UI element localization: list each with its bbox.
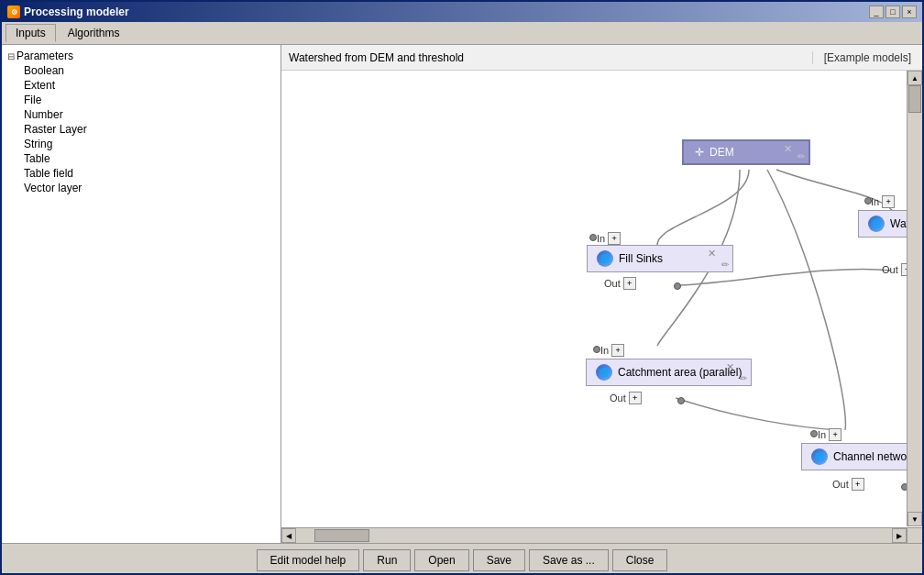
minimize-button[interactable]: _ xyxy=(869,6,884,18)
tab-inputs[interactable]: Inputs xyxy=(6,24,56,42)
fill-sinks-out-plus[interactable]: + xyxy=(623,277,636,290)
catchment-out-port: Out + xyxy=(610,392,642,404)
sidebar: ⊟ Parameters Boolean Extent File Number … xyxy=(2,45,281,543)
watershed-basins-in-plus[interactable]: + xyxy=(882,195,895,208)
catchment-area-node[interactable]: 🌐 Catchment area (parallel) ✕ ✏ xyxy=(586,359,752,386)
channel-out-label: Out xyxy=(832,479,849,490)
close-button[interactable]: × xyxy=(902,6,917,18)
scroll-up-button[interactable]: ▲ xyxy=(908,71,922,85)
canvas-header: Watershed from DEM and threshold [Exampl… xyxy=(281,45,922,71)
fill-sinks-label: Fill Sinks xyxy=(619,252,663,265)
fill-sinks-globe-icon: 🌐 xyxy=(597,250,613,267)
watershed-basins-globe-icon: 🌐 xyxy=(868,216,885,232)
channel-in-port: In + xyxy=(818,428,842,441)
h-scroll-track[interactable] xyxy=(296,528,892,543)
window-title: Processing modeler xyxy=(24,6,129,18)
channel-in-dot xyxy=(810,430,818,437)
parameters-label: Parameters xyxy=(16,50,73,62)
canvas-area: Watershed from DEM and threshold [Exampl… xyxy=(281,45,922,543)
fill-sinks-out-dot xyxy=(674,282,681,290)
sidebar-item-boolean[interactable]: Boolean xyxy=(20,63,277,78)
parameters-header[interactable]: ⊟ Parameters xyxy=(6,49,277,63)
save-as-button[interactable]: Save as ... xyxy=(529,549,609,571)
dem-plus-icon: ✛ xyxy=(695,146,704,159)
fill-sinks-in-label: In xyxy=(597,233,605,244)
sidebar-item-extent[interactable]: Extent xyxy=(20,78,277,93)
fill-sinks-node[interactable]: 🌐 Fill Sinks ✕ ✏ xyxy=(587,245,733,272)
sidebar-item-string[interactable]: String xyxy=(20,137,277,151)
dem-edit-icon[interactable]: ✏ xyxy=(798,151,805,161)
channel-in-label: In xyxy=(818,429,826,440)
run-button[interactable]: Run xyxy=(363,549,411,571)
title-bar: ⚙ Processing modeler _ □ × xyxy=(2,2,922,22)
catchment-in-plus[interactable]: + xyxy=(611,344,624,357)
dem-label: DEM xyxy=(710,146,734,159)
main-container: ⊟ Parameters Boolean Extent File Number … xyxy=(2,45,922,543)
v-scroll-thumb[interactable] xyxy=(908,85,921,113)
window-controls: _ □ × xyxy=(869,6,917,18)
catchment-in-dot xyxy=(593,346,600,353)
fill-sinks-out-port: Out + xyxy=(604,277,636,290)
channel-out-port: Out + xyxy=(832,478,864,491)
watershed-basins-in-port: In + xyxy=(871,195,895,208)
horizontal-scrollbar[interactable]: ◀ ▶ xyxy=(281,527,907,543)
open-button[interactable]: Open xyxy=(414,549,468,571)
catchment-close-icon[interactable]: ✕ xyxy=(726,361,734,373)
sidebar-children: Boolean Extent File Number Raster Layer … xyxy=(20,63,277,195)
fill-sinks-in-dot xyxy=(589,234,597,241)
vertical-scrollbar[interactable]: ▲ ▼ xyxy=(907,71,922,526)
channel-network-label: Channel network xyxy=(833,450,916,463)
catchment-in-port: In + xyxy=(600,344,624,357)
fill-sinks-close-icon[interactable]: ✕ xyxy=(708,248,716,260)
sidebar-item-vector-layer[interactable]: Vector layer xyxy=(20,181,277,195)
catchment-out-label: Out xyxy=(610,393,626,404)
watershed-basins-in-label: In xyxy=(871,196,879,207)
canvas[interactable]: ✛ DEM ✕ ✏ In + 🌐 Fill Sin xyxy=(281,71,922,543)
sidebar-item-table[interactable]: Table xyxy=(20,151,277,166)
h-scroll-thumb[interactable] xyxy=(314,529,369,542)
scroll-left-button[interactable]: ◀ xyxy=(281,528,296,543)
catchment-label: Catchment area (parallel) xyxy=(618,366,742,379)
v-scroll-track[interactable] xyxy=(908,85,922,512)
dem-close-icon[interactable]: ✕ xyxy=(784,143,792,155)
scroll-corner xyxy=(907,527,922,543)
fill-sinks-edit-icon[interactable]: ✏ xyxy=(721,260,729,270)
channel-globe-icon: 🌐 xyxy=(811,448,828,465)
fill-sinks-out-label: Out xyxy=(604,278,621,289)
menu-bar: Inputs Algorithms xyxy=(2,22,922,45)
catchment-edit-icon[interactable]: ✏ xyxy=(740,373,747,383)
fill-sinks-in-plus[interactable]: + xyxy=(608,232,621,245)
sidebar-item-number[interactable]: Number xyxy=(20,107,277,122)
channel-network-node[interactable]: 🌐 Channel network ✕ ✏ xyxy=(801,443,922,470)
sidebar-item-table-field[interactable]: Table field xyxy=(20,166,277,181)
bottom-toolbar: Edit model help Run Open Save Save as ..… xyxy=(2,543,922,575)
watershed-basins-in-dot xyxy=(864,197,872,205)
tab-algorithms[interactable]: Algorithms xyxy=(58,24,130,42)
dem-node[interactable]: ✛ DEM ✕ ✏ xyxy=(682,139,810,165)
app-icon: ⚙ xyxy=(7,6,20,18)
channel-in-plus[interactable]: + xyxy=(829,428,842,441)
catchment-out-dot xyxy=(677,397,685,404)
maximize-button[interactable]: □ xyxy=(886,6,900,18)
channel-out-plus[interactable]: + xyxy=(852,478,864,491)
close-button[interactable]: Close xyxy=(612,549,668,571)
connections-svg xyxy=(281,71,922,543)
sidebar-item-file[interactable]: File xyxy=(20,93,277,107)
canvas-title[interactable]: Watershed from DEM and threshold xyxy=(281,51,813,64)
watershed-basins-out-label: Out xyxy=(882,264,898,275)
save-button[interactable]: Save xyxy=(473,549,525,571)
window: ⚙ Processing modeler _ □ × Inputs Algori… xyxy=(0,0,924,575)
catchment-in-label: In xyxy=(600,345,609,356)
sidebar-item-raster-layer[interactable]: Raster Layer xyxy=(20,122,277,137)
fill-sinks-in-port: In + xyxy=(597,232,621,245)
edit-model-help-button[interactable]: Edit model help xyxy=(257,549,360,571)
catchment-globe-icon: 🌐 xyxy=(596,364,612,381)
scroll-down-button[interactable]: ▼ xyxy=(908,512,922,526)
parameters-group: ⊟ Parameters Boolean Extent File Number … xyxy=(6,49,277,195)
canvas-scroll-area: ✛ DEM ✕ ✏ In + 🌐 Fill Sin xyxy=(281,71,922,543)
canvas-tag: [Example models] xyxy=(813,51,922,64)
scroll-right-button[interactable]: ▶ xyxy=(892,528,907,543)
expand-icon: ⊟ xyxy=(7,51,15,61)
catchment-out-plus[interactable]: + xyxy=(629,392,642,404)
